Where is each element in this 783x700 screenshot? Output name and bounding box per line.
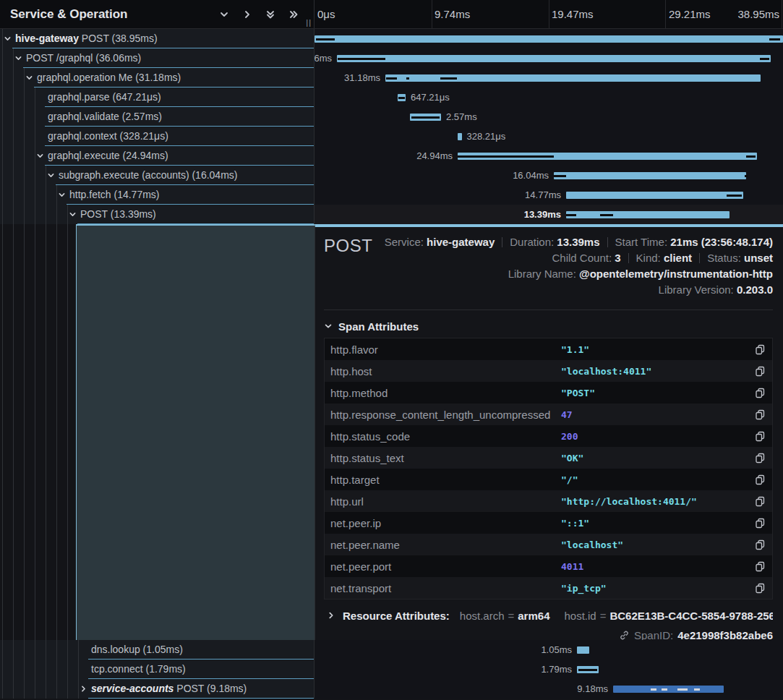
- link-icon[interactable]: [619, 630, 630, 641]
- span-row: dns.lookup (1.05ms)1.05ms: [0, 640, 783, 660]
- copy-icon[interactable]: [753, 518, 766, 529]
- span-tree-row[interactable]: graphql.execute (24.94ms): [0, 146, 315, 166]
- chevron-right-icon[interactable]: [327, 611, 335, 620]
- copy-icon[interactable]: [753, 561, 766, 572]
- chevron-right-icon[interactable]: [80, 679, 87, 699]
- span-timeline-row[interactable]: 328.21μs: [315, 127, 783, 146]
- overview-label: Service:: [385, 236, 427, 248]
- span-bar[interactable]: [566, 211, 729, 218]
- span-tree-row[interactable]: subgraph.execute (accounts) (16.04ms): [0, 166, 315, 185]
- critical-path-segment: [566, 214, 576, 216]
- attribute-row: http.status_code200: [325, 425, 772, 447]
- span-timeline-row[interactable]: 16.04ms: [315, 166, 783, 185]
- span-duration-label: 13.39ms: [524, 205, 561, 224]
- span-timeline-row[interactable]: 24.94ms: [315, 146, 783, 166]
- chevron-down-icon[interactable]: [47, 166, 55, 185]
- copy-icon[interactable]: [753, 344, 766, 355]
- span-tree-row[interactable]: tcp.connect (1.79ms): [0, 660, 315, 679]
- span-attributes-toggle[interactable]: Span Attributes: [324, 319, 773, 333]
- overview-value: 21ms (23:56:48.174): [670, 236, 773, 248]
- span-duration-label: 647.21μs: [411, 88, 450, 107]
- span-timeline-row[interactable]: 31.18ms: [315, 68, 783, 88]
- selected-span-highlight: [76, 224, 315, 640]
- copy-icon[interactable]: [753, 539, 766, 550]
- span-timeline-row[interactable]: 1.05ms: [315, 640, 783, 660]
- double-chevron-right-icon[interactable]: [288, 9, 299, 20]
- chevron-down-icon[interactable]: [58, 185, 66, 205]
- span-bar[interactable]: [458, 133, 462, 140]
- overview-label: Library Version:: [659, 283, 737, 296]
- chevron-down-icon[interactable]: [36, 146, 44, 166]
- attribute-key: http.flavor: [330, 343, 561, 356]
- overview-label: Kind:: [636, 252, 664, 264]
- span-timeline-row[interactable]: 14.77ms: [315, 185, 783, 205]
- timeline-tick: 19.47ms: [552, 0, 594, 28]
- span-bar[interactable]: [566, 192, 743, 199]
- span-id-row: SpanID: 4e21998f3b82abe6: [324, 628, 773, 640]
- span-timeline-row[interactable]: 647.21μs: [315, 88, 783, 107]
- indent-guide: [67, 224, 68, 640]
- operation-name: graphql.context (328.21μs): [48, 130, 168, 142]
- span-overview-line: Service: hive-gatewayDuration: 13.39msSt…: [372, 234, 773, 250]
- indent-guide: [24, 68, 25, 88]
- indent-guide: [56, 224, 57, 640]
- span-timeline-row[interactable]: 38.95ms: [315, 29, 783, 48]
- span-row: graphql.validate (2.57ms)2.57ms: [0, 107, 783, 127]
- copy-icon[interactable]: [753, 453, 766, 464]
- copy-icon[interactable]: [753, 583, 766, 594]
- span-tree-row[interactable]: graphql.context (328.21μs): [0, 127, 315, 146]
- span-tree-row[interactable]: POST /graphql (36.06ms): [0, 48, 315, 68]
- chevron-down-icon[interactable]: [69, 205, 77, 224]
- indent-guide: [24, 166, 25, 185]
- span-tree-row[interactable]: graphql.operation Me (31.18ms): [0, 68, 315, 88]
- hidden-children-marker: [662, 688, 667, 691]
- hidden-children-marker: [694, 688, 700, 691]
- span-tree-row[interactable]: dns.lookup (1.05ms): [0, 640, 315, 660]
- indent-guide: [2, 29, 3, 48]
- chevron-down-icon[interactable]: [25, 68, 33, 88]
- span-timeline-row[interactable]: 13.39ms: [315, 205, 783, 224]
- chevron-right-icon[interactable]: [241, 9, 253, 20]
- chevron-down-icon[interactable]: [218, 9, 230, 20]
- indent-guide: [2, 127, 3, 146]
- double-chevron-down-icon[interactable]: [265, 9, 276, 20]
- indent-guide: [13, 48, 14, 68]
- copy-icon[interactable]: [753, 431, 766, 442]
- span-tree-row[interactable]: graphql.validate (2.57ms): [0, 107, 315, 127]
- attribute-row: http.response_content_length_uncompresse…: [325, 404, 772, 425]
- span-bar[interactable]: [577, 646, 589, 654]
- indent-guide: [13, 185, 14, 205]
- span-bar[interactable]: [554, 172, 746, 179]
- attribute-value: "POST": [561, 388, 753, 398]
- copy-icon[interactable]: [753, 474, 766, 485]
- span-timeline-row[interactable]: 2.57ms: [315, 107, 783, 127]
- span-tree-row[interactable]: POST (13.39ms): [0, 205, 315, 224]
- span-timeline-row[interactable]: 36.06ms: [315, 48, 783, 68]
- span-label: graphql.operation Me (31.18ms): [0, 68, 314, 87]
- span-tree-row[interactable]: http.fetch (14.77ms): [0, 185, 315, 205]
- resource-key: host.arch: [460, 610, 505, 622]
- span-timeline-row[interactable]: 1.79ms: [315, 660, 783, 679]
- copy-icon[interactable]: [753, 409, 766, 420]
- indent-guide: [24, 205, 25, 224]
- chevron-down-icon[interactable]: [14, 48, 22, 68]
- chevron-down-icon[interactable]: [4, 29, 12, 48]
- span-tree-row[interactable]: service-accounts POST (9.18ms): [0, 679, 315, 699]
- attribute-value: 4011: [561, 561, 753, 572]
- column-resize-handle[interactable]: ||: [306, 18, 312, 27]
- copy-icon[interactable]: [753, 496, 766, 507]
- copy-icon[interactable]: [753, 388, 766, 398]
- span-bar[interactable]: [613, 686, 724, 693]
- span-label: dns.lookup (1.05ms): [0, 640, 314, 659]
- critical-path-segment: [440, 77, 457, 80]
- span-bar[interactable]: [315, 35, 783, 43]
- resource-attributes-row: Resource Attributes: host.arch = arm64 h…: [324, 609, 773, 622]
- critical-path-segment: [727, 195, 742, 197]
- attribute-value: 47: [561, 409, 753, 420]
- indent-guide: [24, 660, 25, 679]
- copy-icon[interactable]: [753, 366, 766, 377]
- span-bar[interactable]: [337, 55, 771, 62]
- span-timeline-row[interactable]: 9.18ms: [315, 679, 783, 699]
- span-tree-row[interactable]: graphql.parse (647.21μs): [0, 88, 315, 107]
- span-tree-row[interactable]: hive-gateway POST (38.95ms): [0, 29, 315, 48]
